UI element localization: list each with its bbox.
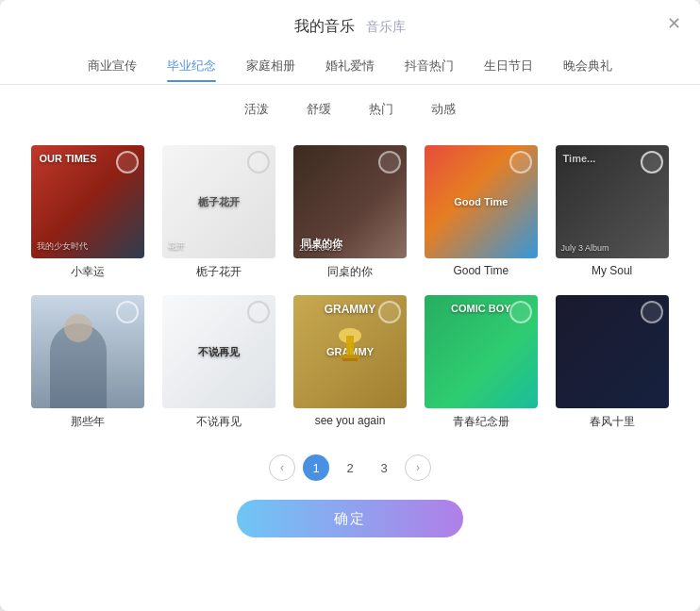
music-card-8[interactable]: COMIC BOY青春纪念册 [421,295,541,430]
thumb-subtext-0: 我的少女时代 [37,240,88,253]
music-card-9[interactable]: 春风十里 [552,295,672,430]
music-card-6[interactable]: 不说再见不说再见 [159,295,279,430]
card-label-6: 不说再见 [196,414,242,430]
nav-tab-抖音热门[interactable]: 抖音热门 [390,52,469,80]
confirm-button[interactable]: 确定 [237,500,463,537]
nav-tab-婚礼爱情[interactable]: 婚礼爱情 [310,52,390,80]
card-label-7: see you again [315,414,386,427]
sub-tab-活泼[interactable]: 活泼 [225,96,288,123]
dialog-title: 我的音乐 [294,17,355,37]
select-circle-8 [509,301,532,323]
thumb-subtext-4: July 3 Album [561,243,609,253]
select-circle-9 [641,301,663,323]
select-circle-4 [641,151,663,173]
thumb-subtext-2: 2019.04.25 [299,243,342,253]
card-label-8: 青春纪念册 [453,414,509,430]
nav-divider [0,84,700,85]
page-2-button[interactable]: 2 [337,454,363,481]
thumb-overlay-0: OUR TIMES [39,153,96,164]
card-label-3: Good Time [453,264,508,277]
sub-tab-热门[interactable]: 热门 [350,96,412,123]
music-card-3[interactable]: Good TimeGood Time [421,145,541,280]
card-label-0: 小幸运 [71,264,105,280]
select-circle-6 [247,301,270,323]
card-label-1: 栀子花开 [196,264,242,280]
nav-tabs: 商业宣传毕业纪念家庭相册婚礼爱情抖音热门生日节日晚会典礼 [0,46,700,80]
svg-rect-2 [341,355,359,358]
music-card-1[interactable]: 栀子花开花开栀子花开 [159,145,279,280]
music-card-2[interactable]: 同桌的你2019.04.25同桌的你 [291,145,410,280]
select-circle-7 [378,301,401,323]
page-3-button[interactable]: 3 [371,454,397,481]
card-label-5: 那些年 [71,414,105,430]
music-card-7[interactable]: GRAMMY GRAMMYsee you again [291,295,410,430]
nav-tab-晚会典礼[interactable]: 晚会典礼 [548,52,627,80]
page-1-button[interactable]: 1 [303,454,329,481]
svg-rect-1 [346,336,354,355]
thumb-overlay-1: 栀子花开 [198,195,240,209]
nav-tab-生日节日[interactable]: 生日节日 [469,52,548,80]
main-dialog: 我的音乐 音乐库 ✕ 商业宣传毕业纪念家庭相册婚礼爱情抖音热门生日节日晚会典礼 … [0,0,700,611]
close-button[interactable]: ✕ [667,15,681,32]
dialog-header: 我的音乐 音乐库 ✕ [0,0,700,46]
pagination: ‹ 1 2 3 › [0,439,700,492]
thumb-subtext-1: 花开 [168,240,185,253]
sub-tab-舒缓[interactable]: 舒缓 [288,96,350,123]
thumb-overlay-4: Time... [563,153,596,164]
select-circle-5 [116,301,139,323]
select-circle-0 [116,151,139,173]
music-card-0[interactable]: OUR TIMES我的少女时代小幸运 [28,145,148,280]
sub-tab-动感[interactable]: 动感 [412,96,475,123]
select-circle-2 [378,151,401,173]
music-lib-tab[interactable]: 音乐库 [366,19,406,36]
thumb-overlay-3: Good Time [454,196,508,207]
select-circle-1 [247,151,270,173]
music-card-4[interactable]: Time...July 3 AlbumMy Soul [552,145,672,280]
card-label-2: 同桌的你 [327,264,373,280]
nav-tab-家庭相册[interactable]: 家庭相册 [231,52,310,80]
svg-rect-3 [342,358,358,361]
thumb-overlay-6: 不说再见 [198,345,240,359]
prev-page-button[interactable]: ‹ [269,454,295,481]
sub-tabs: 活泼舒缓热门动感 [0,92,700,130]
select-circle-3 [509,151,532,173]
next-page-button[interactable]: › [405,454,431,481]
card-label-9: 春风十里 [590,414,635,430]
thumb-overlay-8: COMIC BOY [451,303,511,314]
card-label-4: My Soul [592,264,632,277]
nav-tab-商业宣传[interactable]: 商业宣传 [73,52,152,80]
nav-tab-毕业纪念[interactable]: 毕业纪念 [152,52,231,80]
music-card-5[interactable]: 那些年 [28,295,148,430]
music-grid: OUR TIMES我的少女时代小幸运栀子花开花开栀子花开同桌的你2019.04.… [0,130,700,439]
